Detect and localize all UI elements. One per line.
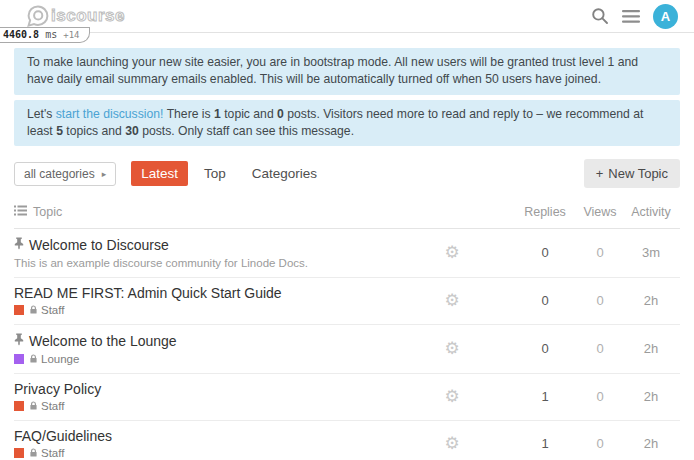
miniprofiler-count: +14 (63, 30, 79, 40)
category-filter-label: all categories (24, 167, 95, 181)
category-filter-dropdown[interactable]: all categories ▸ (14, 162, 116, 186)
category-color-badge (14, 305, 24, 315)
table-row: Welcome to Discourse This is an example … (14, 229, 680, 278)
topic-title-link[interactable]: Privacy Policy (14, 381, 101, 397)
banner-text: posts. Only staff can see this message. (139, 124, 354, 138)
dropdown-arrow-icon: ▸ (102, 169, 107, 179)
post-count: 0 (277, 107, 284, 121)
views-count: 0 (578, 389, 622, 404)
replies-count: 1 (512, 436, 578, 451)
column-header-activity[interactable]: Activity (622, 205, 680, 219)
bootstrap-mode-banner: To make launching your new site easier, … (14, 48, 680, 95)
lock-icon (29, 305, 38, 315)
category-color-badge (14, 448, 24, 458)
banner-text: topic and (221, 107, 277, 121)
discourse-logo-icon (26, 4, 50, 28)
topic-excerpt: This is an example discourse community f… (14, 257, 392, 269)
topic-list-icon[interactable] (14, 205, 27, 219)
pin-icon (14, 236, 24, 254)
site-header: iscourse A (0, 0, 694, 33)
topic-list-header: Topic Replies Views Activity (14, 200, 680, 229)
banner-text: topics and (63, 124, 125, 138)
table-row: FAQ/Guidelines Staff ⚙ 1 0 2h (14, 421, 680, 460)
lock-icon (29, 354, 38, 364)
gear-icon[interactable]: ⚙ (444, 433, 459, 453)
category-color-badge (14, 354, 24, 364)
search-icon[interactable] (591, 7, 609, 25)
topic-title-link[interactable]: Welcome to Discourse (29, 237, 169, 253)
activity-time[interactable]: 2h (622, 436, 680, 451)
views-count: 0 (578, 341, 622, 356)
topic-title-link[interactable]: READ ME FIRST: Admin Quick Start Guide (14, 285, 282, 301)
new-topic-button[interactable]: + New Topic (584, 159, 680, 188)
replies-count: 1 (512, 389, 578, 404)
tab-latest[interactable]: Latest (131, 161, 188, 186)
miniprofiler-time: 4460.8 (3, 29, 39, 40)
replies-count: 0 (512, 341, 578, 356)
discourse-wordmark: iscourse (51, 6, 125, 26)
column-header-replies[interactable]: Replies (512, 205, 578, 219)
new-topic-label: New Topic (608, 166, 668, 181)
lock-icon (29, 401, 38, 411)
plus-icon: + (596, 166, 604, 181)
tab-categories[interactable]: Categories (242, 161, 327, 186)
category-color-badge (14, 401, 24, 411)
topic-list-nav: Latest Top Categories (131, 161, 327, 186)
banner-text: There is (163, 107, 214, 121)
category-link[interactable]: Staff (41, 304, 64, 316)
activity-time[interactable]: 2h (622, 389, 680, 404)
banner-text: Let's (27, 107, 56, 121)
topic-title-link[interactable]: Welcome to the Lounge (29, 333, 177, 349)
gear-icon[interactable]: ⚙ (444, 242, 459, 262)
discourse-logo[interactable]: iscourse (26, 4, 125, 28)
bootstrap-banner-text: To make launching your new site easier, … (27, 55, 638, 86)
column-header-views[interactable]: Views (578, 205, 622, 219)
gear-icon[interactable]: ⚙ (444, 386, 459, 406)
table-row: READ ME FIRST: Admin Quick Start Guide S… (14, 278, 680, 325)
tab-top[interactable]: Top (194, 161, 236, 186)
views-count: 0 (578, 245, 622, 260)
user-avatar[interactable]: A (653, 4, 678, 29)
gear-icon[interactable]: ⚙ (444, 290, 459, 310)
category-link[interactable]: Lounge (41, 353, 79, 365)
views-count: 0 (578, 436, 622, 451)
category-link[interactable]: Staff (41, 400, 64, 412)
replies-count: 0 (512, 245, 578, 260)
start-discussion-link[interactable]: start the discussion! (56, 107, 164, 121)
column-header-topic: Topic (33, 205, 62, 219)
activity-time[interactable]: 2h (622, 341, 680, 356)
table-row: Welcome to the Lounge Lounge ⚙ 0 0 2h (14, 325, 680, 374)
topic-list: Topic Replies Views Activity Welcome to … (14, 200, 680, 460)
views-count: 0 (578, 293, 622, 308)
list-controls: all categories ▸ Latest Top Categories +… (14, 159, 680, 188)
start-discussion-banner: Let's start the discussion! There is 1 t… (14, 100, 680, 147)
miniprofiler-badge[interactable]: 4460.8 ms +14 (0, 27, 90, 43)
activity-time[interactable]: 2h (622, 293, 680, 308)
gear-icon[interactable]: ⚙ (444, 338, 459, 358)
replies-count: 0 (512, 293, 578, 308)
hamburger-menu-icon[interactable] (622, 10, 640, 23)
miniprofiler-unit: ms (45, 29, 57, 40)
activity-time[interactable]: 3m (622, 245, 680, 260)
topic-title-link[interactable]: FAQ/Guidelines (14, 428, 112, 444)
lock-icon (29, 448, 38, 458)
topic-count: 1 (214, 107, 221, 121)
recommended-topics: 5 (56, 124, 63, 138)
category-link[interactable]: Staff (41, 447, 64, 459)
table-row: Privacy Policy Staff ⚙ 1 0 2h (14, 374, 680, 421)
recommended-posts: 30 (125, 124, 139, 138)
pin-icon (14, 332, 24, 350)
